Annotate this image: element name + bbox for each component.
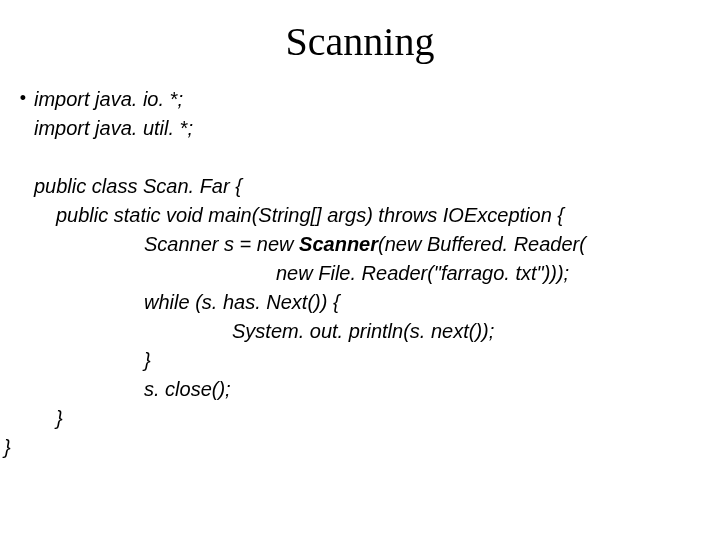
code-line: new File. Reader("farrago. txt"))); <box>12 259 702 288</box>
code-line: } <box>0 433 720 462</box>
code-line: public static void main(String[] args) t… <box>12 201 702 230</box>
bullet-item: • import java. io. *; <box>12 85 702 114</box>
code-text-bold: Scanner <box>299 233 378 255</box>
slide-body: • import java. io. *; import java. util.… <box>0 85 720 433</box>
code-line: import java. util. *; <box>12 114 702 143</box>
blank-line <box>12 143 702 172</box>
code-line: while (s. has. Next()) { <box>12 288 702 317</box>
code-line: Scanner s = new Scanner(new Buffered. Re… <box>12 230 702 259</box>
bullet-dot: • <box>12 85 34 112</box>
code-line: System. out. println(s. next()); <box>12 317 702 346</box>
code-text: (new Buffered. Reader( <box>378 233 586 255</box>
code-line: s. close(); <box>12 375 702 404</box>
code-line: } <box>12 346 702 375</box>
code-line: public class Scan. Far { <box>12 172 702 201</box>
code-line: import java. io. *; <box>34 85 183 114</box>
code-line: } <box>12 404 702 433</box>
code-text: Scanner s = new <box>144 233 299 255</box>
slide: Scanning • import java. io. *; import ja… <box>0 0 720 540</box>
slide-title: Scanning <box>0 0 720 85</box>
